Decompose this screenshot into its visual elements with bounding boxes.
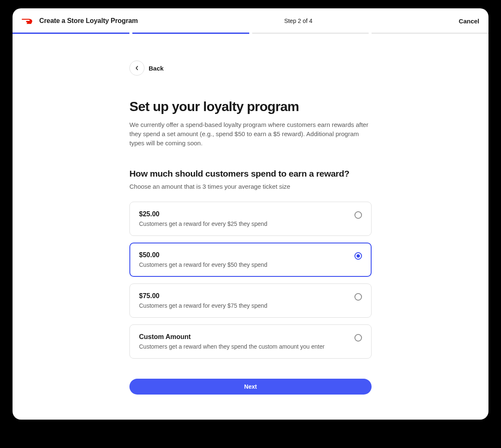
option-50[interactable]: $50.00 Customers get a reward for every … <box>129 243 372 277</box>
next-button[interactable]: Next <box>129 379 372 395</box>
option-title: $50.00 <box>139 251 354 259</box>
back-circle <box>129 61 144 76</box>
header-left: Create a Store Loyalty Program <box>22 17 138 25</box>
progress-segment-2 <box>132 33 249 34</box>
option-text: Custom Amount Customers get a reward whe… <box>139 333 354 350</box>
cancel-button[interactable]: Cancel <box>459 18 479 25</box>
option-text: $75.00 Customers get a reward for every … <box>139 292 354 309</box>
page-description: We currently offer a spend-based loyalty… <box>129 120 372 148</box>
option-description: Customers get a reward when they spend t… <box>139 343 354 350</box>
radio-icon <box>354 293 362 301</box>
spend-amount-options: $25.00 Customers get a reward for every … <box>129 202 372 359</box>
window: Create a Store Loyalty Program Step 2 of… <box>13 8 488 420</box>
progress-segment-1 <box>13 33 129 34</box>
option-title: $75.00 <box>139 292 354 300</box>
option-25[interactable]: $25.00 Customers get a reward for every … <box>129 202 372 236</box>
chevron-left-icon <box>135 64 139 72</box>
option-title: Custom Amount <box>139 333 354 341</box>
option-description: Customers get a reward for every $75 the… <box>139 302 354 309</box>
back-label: Back <box>149 65 164 72</box>
progress-segment-4 <box>372 33 488 34</box>
option-custom[interactable]: Custom Amount Customers get a reward whe… <box>129 324 372 359</box>
doordash-logo-icon <box>22 17 33 25</box>
option-75[interactable]: $75.00 Customers get a reward for every … <box>129 283 372 318</box>
section-subtitle: Choose an amount that is 3 times your av… <box>129 183 372 190</box>
option-title: $25.00 <box>139 210 354 218</box>
option-text: $50.00 Customers get a reward for every … <box>139 251 354 268</box>
option-description: Customers get a reward for every $25 the… <box>139 220 354 227</box>
radio-selected-icon <box>354 252 362 260</box>
radio-icon <box>354 211 362 219</box>
page-title: Set up your loyalty program <box>129 99 372 114</box>
radio-icon <box>354 334 362 342</box>
header: Create a Store Loyalty Program Step 2 of… <box>13 8 488 33</box>
step-indicator: Step 2 of 4 <box>284 18 313 24</box>
page-header-title: Create a Store Loyalty Program <box>39 17 138 25</box>
progress-segment-3 <box>252 33 369 34</box>
back-button[interactable]: Back <box>129 61 372 76</box>
option-description: Customers get a reward for every $50 the… <box>139 261 354 268</box>
section-title: How much should customers spend to earn … <box>129 169 372 179</box>
content: Back Set up your loyalty program We curr… <box>129 34 372 395</box>
option-text: $25.00 Customers get a reward for every … <box>139 210 354 227</box>
